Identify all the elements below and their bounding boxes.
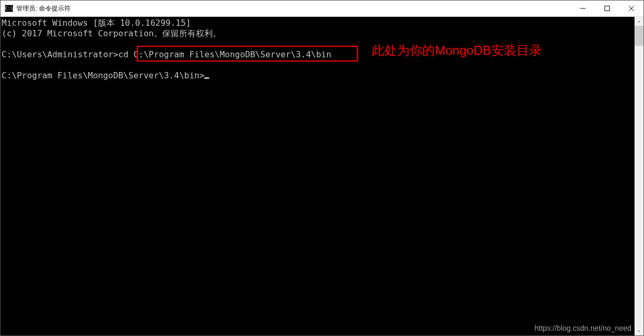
minimize-button[interactable] xyxy=(571,1,595,16)
maximize-button[interactable] xyxy=(595,1,619,16)
watermark-text: https://blog.csdn.net/no_need xyxy=(534,323,631,333)
close-button[interactable] xyxy=(619,1,643,16)
vertical-scrollbar[interactable]: ▴ ▾ xyxy=(635,17,643,335)
maximize-icon xyxy=(605,6,610,11)
window-title: 管理员: 命令提示符 xyxy=(16,4,71,13)
command-text: cd C:\Program Files\MongoDB\Server\3.4\b… xyxy=(118,49,332,59)
output-line: Microsoft Windows [版本 10.0.16299.15] xyxy=(2,18,635,28)
prompt: C:\Users\Administrator> xyxy=(2,49,118,59)
terminal-wrap: Microsoft Windows [版本 10.0.16299.15](c) … xyxy=(1,17,643,335)
minimize-icon xyxy=(580,6,586,11)
titlebar: C:\ 管理员: 命令提示符 xyxy=(1,1,643,17)
scrollbar-down-arrow[interactable]: ▾ xyxy=(635,327,643,335)
output-line: C:\Program Files\MongoDB\Server\3.4\bin> xyxy=(2,70,635,81)
cursor xyxy=(204,77,209,79)
svg-rect-1 xyxy=(605,6,610,11)
output-line: (c) 2017 Microsoft Corporation。保留所有权利。 xyxy=(2,28,635,39)
terminal-output[interactable]: Microsoft Windows [版本 10.0.16299.15](c) … xyxy=(1,17,635,335)
close-icon xyxy=(629,6,634,11)
cmd-window: C:\ 管理员: 命令提示符 Microsoft Windows [版本 10.… xyxy=(0,0,644,336)
output-line xyxy=(2,60,635,70)
scrollbar-up-arrow[interactable]: ▴ xyxy=(635,17,643,26)
window-controls xyxy=(571,1,643,16)
cmd-icon: C:\ xyxy=(5,5,13,12)
scrollbar-thumb[interactable] xyxy=(635,26,643,46)
prompt: C:\Program Files\MongoDB\Server\3.4\bin> xyxy=(2,70,204,80)
annotation-label: 此处为你的MongoDB安装目录 xyxy=(372,45,542,56)
title-left: C:\ 管理员: 命令提示符 xyxy=(1,4,571,13)
